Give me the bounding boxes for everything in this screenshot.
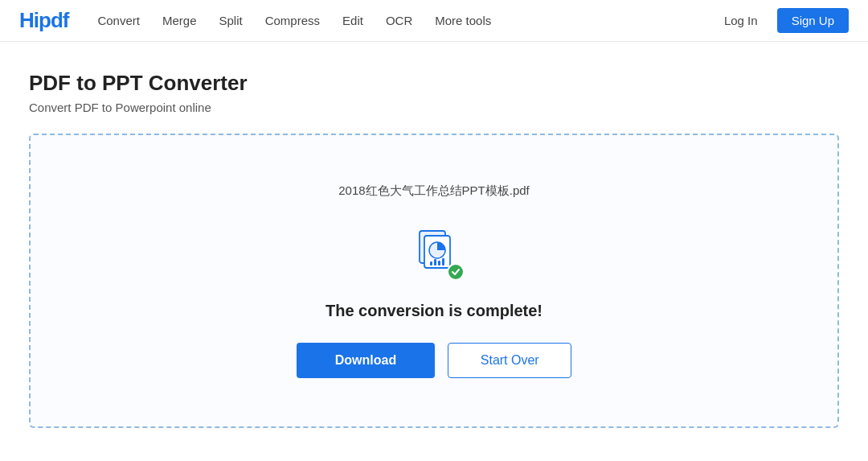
nav-item-merge[interactable]: Merge	[162, 14, 197, 27]
svg-rect-6	[442, 258, 444, 265]
header-actions: Log In Sign Up	[714, 8, 849, 33]
svg-rect-3	[430, 261, 432, 265]
login-button[interactable]: Log In	[714, 9, 768, 32]
main-nav: Convert Merge Split Compress Edit OCR Mo…	[97, 14, 714, 27]
nav-item-edit[interactable]: Edit	[342, 14, 363, 27]
logo-text-accent: pdf	[39, 8, 68, 32]
file-icon-wrapper	[405, 221, 463, 279]
download-button[interactable]: Download	[297, 343, 435, 378]
nav-item-split[interactable]: Split	[219, 14, 242, 27]
page-subtitle: Convert PDF to Powerpoint online	[29, 101, 839, 114]
nav-item-compress[interactable]: Compress	[265, 14, 320, 27]
conversion-status: The conversion is complete!	[326, 302, 542, 320]
nav-item-more-tools[interactable]: More tools	[435, 14, 491, 27]
signup-button[interactable]: Sign Up	[777, 8, 849, 33]
svg-rect-5	[438, 261, 440, 265]
nav-item-ocr[interactable]: OCR	[386, 14, 412, 27]
check-icon	[451, 267, 461, 277]
file-name: 2018红色大气工作总结PPT模板.pdf	[338, 183, 530, 199]
logo-text-normal: Hi	[19, 8, 39, 32]
svg-rect-4	[434, 259, 436, 265]
startover-button[interactable]: Start Over	[448, 343, 571, 378]
success-badge	[447, 263, 465, 281]
nav-item-convert[interactable]: Convert	[97, 14, 140, 27]
conversion-area: 2018红色大气工作总结PPT模板.pdf	[29, 134, 839, 428]
action-buttons: Download Start Over	[297, 343, 571, 378]
site-logo[interactable]: Hipdf	[19, 8, 68, 33]
page-title: PDF to PPT Converter	[29, 71, 839, 96]
